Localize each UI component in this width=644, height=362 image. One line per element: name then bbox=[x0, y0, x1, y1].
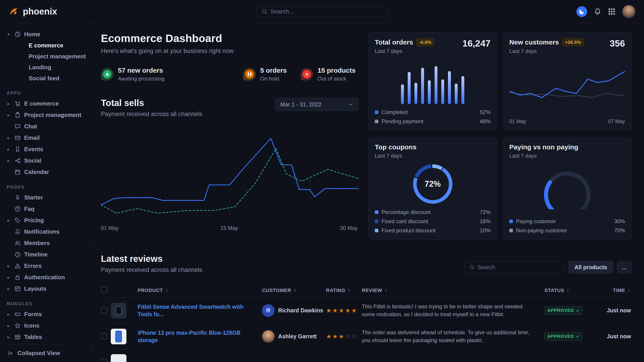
sidebar-item-e-commerce[interactable]: ▸E commerce bbox=[6, 98, 89, 109]
mail-icon bbox=[14, 135, 22, 141]
legend-row: Fixed card discount18% bbox=[375, 218, 490, 225]
theme-toggle-button[interactable] bbox=[576, 6, 587, 17]
legend-swatch bbox=[509, 220, 513, 223]
sort-icon[interactable] bbox=[165, 289, 169, 293]
sidebar-item-email[interactable]: ▸Email bbox=[6, 132, 89, 144]
legend-swatch bbox=[375, 220, 378, 223]
sidebar-item-label: Faq bbox=[24, 206, 34, 212]
moon-icon bbox=[579, 8, 585, 14]
card-period: Last 7 days bbox=[509, 48, 584, 54]
caret-icon: ▾ bbox=[6, 32, 11, 37]
new-customers-chart: 01 May07 May bbox=[509, 54, 625, 125]
sort-icon[interactable] bbox=[293, 289, 297, 293]
chevron-down-icon bbox=[348, 102, 353, 107]
stat-value: 5 orders bbox=[260, 67, 287, 74]
total-sells-title: Total sells bbox=[101, 98, 202, 108]
coupons-donut-chart: 72% bbox=[375, 159, 490, 209]
row-checkbox[interactable] bbox=[101, 307, 107, 313]
user-avatar[interactable] bbox=[622, 5, 636, 18]
apps-grid-button[interactable] bbox=[608, 8, 615, 15]
caret-icon: ▸ bbox=[6, 101, 11, 106]
sidebar-subitem-project-management[interactable]: Project management bbox=[6, 51, 89, 62]
sort-icon[interactable] bbox=[566, 289, 570, 293]
sidebar-item-starter[interactable]: Starter bbox=[6, 192, 89, 203]
sidebar-item-label: Starter bbox=[24, 194, 43, 201]
date-range-select[interactable]: Mar 1 - 31, 2022 bbox=[275, 98, 358, 111]
sidebar-item-project-management[interactable]: ▸Project management bbox=[6, 109, 89, 121]
sidebar-item-label: Layouts bbox=[24, 285, 46, 292]
sidebar-item-layouts[interactable]: ▸Layouts bbox=[6, 283, 89, 295]
sidebar-item-notifications[interactable]: Notifications bbox=[6, 226, 89, 237]
sidebar-subitem-e-commerce[interactable]: E commerce bbox=[6, 40, 89, 51]
customer-avatar-photo bbox=[262, 330, 274, 343]
paying-gauge-chart bbox=[509, 159, 625, 218]
page-title: Ecommerce Dashboard bbox=[101, 32, 358, 44]
all-products-button[interactable]: All products bbox=[568, 261, 613, 274]
sidebar-item-timeline[interactable]: Timeline bbox=[6, 249, 89, 260]
legend-swatch bbox=[375, 229, 378, 232]
search-input[interactable] bbox=[270, 8, 382, 15]
sidebar-item-calendar[interactable]: Calendar bbox=[6, 166, 89, 178]
clipboard-icon bbox=[14, 112, 22, 118]
caret-icon: ▸ bbox=[6, 312, 11, 317]
product-link[interactable]: Fitbit Sense Advanced Smartwatch with To… bbox=[138, 303, 262, 318]
shapes-icon bbox=[14, 323, 22, 329]
card-title: Paying vs non paying bbox=[509, 143, 578, 151]
legend-label: Non-paying customer bbox=[516, 227, 567, 234]
row-checkbox[interactable] bbox=[101, 333, 107, 339]
global-search[interactable] bbox=[256, 6, 388, 17]
product-link[interactable]: iPhone 13 pro max-Pacific Blue-128GB sto… bbox=[138, 329, 262, 344]
sidebar-item-faq[interactable]: Faq bbox=[6, 203, 89, 215]
reviews-search[interactable] bbox=[464, 261, 564, 274]
bell-icon bbox=[14, 229, 22, 235]
table-header-row: PRODUCTCUSTOMERRATINGREVIEWSTATUSTIME bbox=[101, 283, 632, 298]
customer-avatar: R bbox=[262, 304, 274, 317]
caret-icon: ▸ bbox=[6, 147, 11, 152]
reviews-search-input[interactable] bbox=[477, 264, 560, 271]
sidebar-item-errors[interactable]: ▸Errors bbox=[6, 260, 89, 272]
more-options-button[interactable]: ... bbox=[617, 261, 632, 274]
page-subtitle: Here's what's going on at your business … bbox=[101, 48, 358, 54]
sort-icon[interactable] bbox=[627, 289, 631, 293]
notifications-button[interactable] bbox=[594, 8, 601, 15]
sidebar-item-forms[interactable]: ▸Forms bbox=[6, 309, 89, 320]
sidebar-item-events[interactable]: ▸Events bbox=[6, 144, 89, 155]
collapsed-view-toggle[interactable]: Collapsed View bbox=[0, 344, 93, 362]
row-checkbox[interactable] bbox=[101, 359, 107, 362]
review-text: The order was delivered ahead of schedul… bbox=[362, 329, 544, 344]
sort-icon[interactable] bbox=[347, 289, 351, 293]
legend-label: Pending payment bbox=[382, 118, 423, 125]
select-all-checkbox[interactable] bbox=[101, 287, 107, 293]
sidebar-item-members[interactable]: Members bbox=[6, 237, 89, 249]
sidebar-subitem-landing[interactable]: Landing bbox=[6, 62, 89, 73]
legend-row: Fixed product discount10% bbox=[375, 227, 490, 234]
sort-icon[interactable] bbox=[384, 289, 388, 293]
brand[interactable]: phoenix bbox=[8, 6, 57, 17]
total-orders-card: Total orders -6.8% Last 7 days 16,247 Co… bbox=[368, 32, 497, 131]
stat-label: Out of stock bbox=[318, 76, 356, 82]
sidebar-item-home[interactable]: ▾Home bbox=[6, 29, 89, 40]
sidebar-subitem-social-feed[interactable]: Social feed bbox=[6, 73, 89, 84]
paying-card: Paying vs non paying Last 7 days Paying … bbox=[503, 137, 632, 240]
sidebar-item-tables[interactable]: ▸Tables bbox=[6, 331, 89, 343]
caret-icon: ▸ bbox=[6, 286, 11, 291]
total-sells-subtitle: Payment received across all channels bbox=[101, 111, 202, 118]
sidebar-item-social[interactable]: ▸Social bbox=[6, 155, 89, 166]
sidebar-section-pages: PAGES bbox=[7, 184, 89, 190]
column-label: STATUS bbox=[544, 288, 564, 293]
legend-row: Pending payment48% bbox=[375, 118, 490, 125]
latest-reviews-section: Latest reviews Payment received across a… bbox=[93, 244, 644, 362]
users-icon bbox=[14, 240, 22, 246]
sidebar-item-chat[interactable]: Chat bbox=[6, 121, 89, 132]
legend-swatch bbox=[509, 229, 513, 232]
sidebar-item-icons[interactable]: ▸Icons bbox=[6, 320, 89, 331]
product-thumbnail bbox=[111, 354, 126, 362]
bookmark-icon bbox=[14, 146, 22, 152]
new-customers-card: New customers +26.5% Last 7 days 356 01 … bbox=[503, 32, 632, 131]
sidebar-item-authentication[interactable]: ▸Authentication bbox=[6, 272, 89, 283]
sidebar-item-pricing[interactable]: ▸Pricing bbox=[6, 215, 89, 226]
legend-value: 30% bbox=[614, 218, 625, 225]
sidebar-item-label: Tables bbox=[24, 334, 42, 341]
caret-icon: ▸ bbox=[6, 218, 11, 223]
customer-name: Ashley Garrett bbox=[278, 333, 317, 340]
